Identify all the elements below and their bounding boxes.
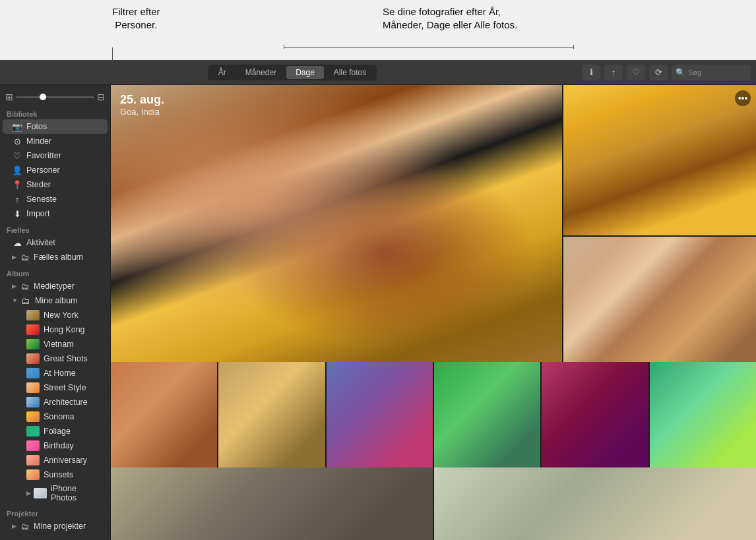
sidebar-item-foliage[interactable]: Foliage <box>3 424 108 438</box>
photo-mid-6[interactable] <box>650 362 756 467</box>
annotation-line-left <box>112 47 113 61</box>
sidebar-projects-label: Projekter <box>0 504 110 519</box>
import-icon: ⬇ <box>12 208 22 219</box>
sidebar-library-label: Bibliotek <box>0 105 110 119</box>
main-photo[interactable]: 25. aug. Goa, India <box>111 85 562 362</box>
rotate-button[interactable]: ⟳ <box>649 65 668 80</box>
main-content: ⊞ ⊟ Bibliotek 📷 Fotos ⊙ Minder ♡ Favorit… <box>0 85 756 540</box>
sidebar-item-steder[interactable]: 📍 Steder <box>3 177 108 192</box>
photo-last-2[interactable] <box>434 467 756 540</box>
search-icon: 🔍 <box>676 68 685 77</box>
sidebar-architecture-label: Architecture <box>44 398 88 407</box>
sidebar-aktivitet-label: Aktivitet <box>26 238 55 247</box>
birthday-thumb <box>26 440 40 451</box>
sidebar-item-hong-kong[interactable]: Hong Kong <box>3 322 108 337</box>
slider-thumb <box>40 94 46 100</box>
photo-mid-1[interactable] <box>111 362 217 467</box>
sidebar-at-home-label: At Home <box>44 369 76 378</box>
new-york-thumb <box>26 310 40 320</box>
tab-year[interactable]: År <box>209 66 236 79</box>
sidebar-item-great-shots[interactable]: Great Shots <box>3 351 108 366</box>
photo-mid-2[interactable] <box>218 362 325 467</box>
sidebar-item-new-york[interactable]: New York <box>3 308 108 322</box>
sidebar-foliage-label: Foliage <box>44 427 71 436</box>
photo-mid-3[interactable] <box>327 362 433 467</box>
sidebar-anniversary-label: Anniversary <box>44 456 87 465</box>
sidebar-street-style-label: Street Style <box>44 383 86 392</box>
right-column: ••• <box>563 85 756 362</box>
faelles-album-disclosure: ▶ <box>12 254 16 260</box>
heart-button[interactable]: ♡ <box>627 65 645 80</box>
personer-icon: 👤 <box>12 165 22 175</box>
sidebar-item-medietyper[interactable]: ▶ 🗂 Medietyper <box>3 279 108 293</box>
sidebar-mine-album-label: Mine album <box>35 296 78 305</box>
more-button[interactable]: ••• <box>735 90 751 106</box>
annotation-dot-right-left <box>284 45 284 49</box>
sidebar-item-minder[interactable]: ⊙ Minder <box>3 134 108 148</box>
annotation-left: Filtrer efter Personer. <box>112 5 160 31</box>
sidebar-item-mine-projekter[interactable]: ▶ 🗂 Mine projekter <box>3 519 108 533</box>
sidebar-sonoma-label: Sonoma <box>44 412 75 421</box>
grid-small-icon: ⊞ <box>5 92 13 102</box>
sidebar-steder-label: Steder <box>26 180 51 189</box>
sidebar-great-shots-label: Great Shots <box>44 354 88 363</box>
sidebar-item-seneste[interactable]: ↑ Seneste <box>3 192 108 206</box>
photo-location: Goa, India <box>120 107 164 117</box>
foliage-thumb <box>26 426 40 436</box>
sidebar-vietnam-label: Vietnam <box>44 340 74 349</box>
photo-area[interactable]: 25. aug. Goa, India ••• <box>111 85 756 540</box>
sidebar-item-aktivitet[interactable]: ☁ Aktivitet <box>3 235 108 250</box>
right-top-photo[interactable]: ••• <box>563 85 756 235</box>
photo-mid-5[interactable] <box>542 362 648 467</box>
sidebar-slider-row: ⊞ ⊟ <box>0 89 110 105</box>
sidebar-item-sonoma[interactable]: Sonoma <box>3 409 108 424</box>
annotation-area: Filtrer efter Personer. Se dine fotograf… <box>0 0 756 60</box>
search-box[interactable]: 🔍 Søg <box>672 65 751 80</box>
medietyper-icon: 🗂 <box>19 281 30 291</box>
photo-mid-4[interactable] <box>434 362 540 467</box>
sidebar-item-personer[interactable]: 👤 Personer <box>3 163 108 177</box>
search-placeholder: Søg <box>688 69 701 76</box>
info-button[interactable]: ℹ <box>582 65 600 80</box>
sidebar-item-vietnam[interactable]: Vietnam <box>3 337 108 351</box>
sidebar-new-york-label: New York <box>44 311 79 320</box>
tab-days[interactable]: Dage <box>286 66 324 79</box>
sidebar-item-at-home[interactable]: At Home <box>3 366 108 380</box>
zoom-slider[interactable] <box>16 96 94 98</box>
sidebar-item-anniversary[interactable]: Anniversary <box>3 453 108 467</box>
sidebar: ⊞ ⊟ Bibliotek 📷 Fotos ⊙ Minder ♡ Favorit… <box>0 85 111 540</box>
sidebar-item-iphone-photos[interactable]: ▶ iPhone Photos <box>3 482 108 504</box>
sidebar-item-import[interactable]: ⬇ Import <box>3 206 108 221</box>
sidebar-item-faelles-album[interactable]: ▶ 🗂 Fælles album <box>3 250 108 264</box>
sidebar-item-favoritter[interactable]: ♡ Favoritter <box>3 148 108 163</box>
sidebar-minder-label: Minder <box>26 136 51 146</box>
tab-months[interactable]: Måneder <box>236 66 286 79</box>
faelles-album-icon: 🗂 <box>19 252 30 262</box>
hong-kong-thumb <box>26 324 40 335</box>
annotation-left-line2: Personer. <box>115 19 157 30</box>
sidebar-import-label: Import <box>26 209 49 218</box>
sidebar-item-birthday[interactable]: Birthday <box>3 438 108 453</box>
sidebar-favoritter-label: Favoritter <box>26 151 61 160</box>
sidebar-item-architecture[interactable]: Architecture <box>3 395 108 409</box>
tab-all[interactable]: Alle fotos <box>325 66 375 79</box>
annotation-dot-right-right <box>573 45 574 49</box>
sidebar-iphone-photos-label: iPhone Photos <box>51 484 102 502</box>
share-button[interactable]: ↑ <box>604 65 623 80</box>
iphone-photos-thumb <box>34 488 47 498</box>
sidebar-faelles-album-label: Fælles album <box>34 253 83 262</box>
right-bottom-photo[interactable] <box>563 237 756 362</box>
sidebar-item-street-style[interactable]: Street Style <box>3 380 108 395</box>
photo-last-1[interactable] <box>111 467 433 540</box>
mine-album-disclosure: ▼ <box>12 297 18 304</box>
sidebar-item-mine-album[interactable]: ▼ 🗂 Mine album <box>3 293 108 308</box>
sidebar-item-sunsets[interactable]: Sunsets <box>3 467 108 482</box>
photo-row-middle <box>111 362 756 467</box>
medietyper-disclosure: ▶ <box>12 283 16 289</box>
sidebar-item-fotos[interactable]: 📷 Fotos <box>3 119 108 134</box>
mine-projekter-icon: 🗂 <box>19 521 30 531</box>
minder-icon: ⊙ <box>12 136 22 146</box>
steder-icon: 📍 <box>12 179 22 190</box>
street-style-thumb <box>26 382 40 393</box>
tab-group: År Måneder Dage Alle fotos <box>208 65 377 80</box>
